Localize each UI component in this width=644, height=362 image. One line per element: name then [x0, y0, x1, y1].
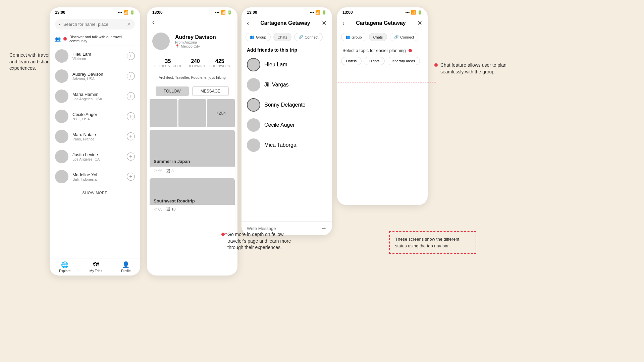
signal-icon: ▪▪▪: [405, 10, 410, 15]
add-contact-btn[interactable]: +: [127, 52, 135, 60]
nav-tabs-3: 👥 Group Chats 🔗 Connect: [241, 30, 332, 44]
friend-item-jill[interactable]: Jill Vargas: [241, 75, 332, 95]
trip-likes-2[interactable]: ♡ 65: [154, 207, 162, 212]
friend-item-hieu[interactable]: Hieu Lam: [241, 55, 332, 75]
contact-location: Bali, Indonesia: [72, 177, 123, 181]
trip-title-1: Summer in Japan: [154, 159, 190, 164]
add-contact-btn[interactable]: +: [127, 112, 135, 120]
status-bar-3: 13:00 ▪▪▪ 📶 🔋: [241, 7, 332, 16]
photo-cell-1[interactable]: [150, 99, 177, 127]
photos-count-1: 8: [171, 169, 173, 173]
close-icon-4[interactable]: ✕: [417, 19, 422, 27]
message-field[interactable]: [247, 226, 321, 231]
status-time-3: 13:00: [247, 10, 257, 15]
red-dot-middle: [221, 233, 225, 236]
more-icon[interactable]: ⋮: [227, 169, 231, 173]
send-icon[interactable]: →: [321, 225, 327, 232]
chat-header-3: ‹ Cartagena Getaway ✕: [241, 16, 332, 30]
battery-icon: 🔋: [417, 10, 422, 15]
status-time-1: 13:00: [55, 10, 65, 15]
avatar-madeline: [55, 170, 68, 183]
stat-following-number: 240: [185, 58, 205, 64]
contact-info: Hieu Lam Vietnam: [72, 52, 123, 61]
friend-item-sonny[interactable]: Sonny Delagente: [241, 95, 332, 115]
tab-chats-4[interactable]: Chats: [369, 33, 387, 41]
tab-chats-3[interactable]: Chats: [273, 33, 292, 41]
trip-actions-2: ♡ 65 🖼 10 ⋮: [150, 205, 235, 214]
friend-name: Cecile Auger: [264, 122, 295, 128]
add-friends-title: Add friends to this trip: [241, 44, 332, 55]
trip-title-2: Southwest Roadtrip: [154, 198, 195, 203]
signal-icon: ▪▪▪: [310, 10, 314, 15]
back-nav[interactable]: ‹: [147, 16, 237, 28]
contact-item[interactable]: Justin Levine Los Angeles, CA +: [50, 146, 140, 167]
contact-item[interactable]: Hieu Lam Vietnam +: [50, 46, 140, 66]
pin-icon: 📍: [175, 44, 180, 49]
photo-cell-more[interactable]: +204: [207, 99, 235, 127]
contact-item[interactable]: Marc Natale Paris, France +: [50, 126, 140, 146]
search-bar[interactable]: ‹ ✕: [55, 19, 135, 29]
nav-profile[interactable]: 👤 Profile: [121, 261, 130, 273]
contact-name: Justin Levine: [72, 152, 123, 157]
stat-followers-number: 425: [210, 58, 230, 64]
signal-icon: ▪▪▪: [118, 10, 122, 15]
add-contact-btn[interactable]: +: [127, 153, 135, 161]
close-icon-3[interactable]: ✕: [322, 19, 327, 27]
back-arrow-icon[interactable]: ‹: [152, 19, 154, 25]
trip-photos-1[interactable]: 🖼 8: [166, 169, 173, 173]
contact-name: Cecile Auger: [72, 112, 123, 117]
contact-item[interactable]: Madeline Yoi Bali, Indonesia +: [50, 167, 140, 187]
photos-count-2: 10: [171, 207, 175, 211]
friend-name: Jill Vargas: [264, 82, 289, 88]
contact-info: Cecile Auger NYC, USA: [72, 112, 123, 121]
more-icon[interactable]: ⋮: [227, 207, 231, 212]
chip-flights[interactable]: Flights: [364, 57, 384, 65]
phone-1: 13:00 ▪▪▪ 📶 🔋 ‹ ✕ 👥 Discover and talk wi…: [50, 7, 140, 276]
contact-item[interactable]: Audrey Davison Arizona, USA +: [50, 66, 140, 86]
message-button[interactable]: MESSAGE: [192, 86, 229, 96]
follow-button[interactable]: FOLLOW: [156, 86, 189, 96]
photo-icon: 🖼: [166, 207, 170, 211]
back-arrow-3[interactable]: ‹: [247, 20, 249, 27]
battery-icon: 🔋: [322, 10, 327, 15]
status-icons-1: ▪▪▪ 📶 🔋: [118, 10, 135, 15]
status-time-4: 13:00: [342, 10, 353, 15]
show-more-btn[interactable]: SHOW MORE: [50, 187, 140, 199]
chip-hotels[interactable]: Hotels: [341, 57, 362, 65]
add-contact-btn[interactable]: +: [127, 132, 135, 140]
contact-item[interactable]: Maria Hamim Los Angeles, USA +: [50, 86, 140, 106]
trip-card-1[interactable]: Summer in Japan ♡ 55 🖼 8 ⋮: [150, 130, 235, 175]
add-contact-btn[interactable]: +: [127, 92, 135, 100]
contact-item[interactable]: Cecile Auger NYC, USA +: [50, 106, 140, 126]
chip-itinerary[interactable]: Itinerary Ideas: [387, 57, 420, 65]
connect-icon: 🔗: [394, 35, 399, 39]
photo-cell-2[interactable]: [178, 99, 206, 127]
trip-photos-2[interactable]: 🖼 10: [166, 207, 175, 211]
add-contact-btn[interactable]: +: [127, 72, 135, 80]
select-topic-label: Select a topic for easier planning: [342, 48, 406, 53]
trip-likes-1[interactable]: ♡ 55: [154, 169, 162, 173]
tab-group-4[interactable]: 👥 Group: [341, 33, 366, 41]
back-icon[interactable]: ‹: [59, 21, 61, 27]
contact-name: Audrey Davison: [72, 72, 123, 77]
tab-group-3[interactable]: 👥 Group: [246, 33, 271, 41]
trip-card-2[interactable]: Southwest Roadtrip ♡ 65 🖼 10 ⋮: [150, 178, 235, 214]
contact-name: Madeline Yoi: [72, 172, 123, 177]
nav-explore[interactable]: 🌐 Explore: [59, 261, 70, 273]
friend-item-cecile[interactable]: Cecile Auger: [241, 115, 332, 135]
tab-connect-4[interactable]: 🔗 Connect: [390, 33, 418, 41]
red-dot-right: [434, 63, 438, 67]
tab-connect-3[interactable]: 🔗 Connect: [294, 33, 323, 41]
likes-count-2: 65: [158, 207, 162, 211]
heart-icon: ♡: [154, 207, 157, 212]
back-arrow-4[interactable]: ‹: [342, 20, 344, 27]
friend-item-mica[interactable]: Mica Taborga: [241, 135, 332, 155]
profile-location: 📍 Mexico City: [175, 44, 216, 49]
friends-list: Hieu Lam Jill Vargas Sonny Delagente Cec…: [241, 55, 332, 155]
add-contact-btn[interactable]: +: [127, 173, 135, 181]
status-icons-4: ▪▪▪ 📶 🔋: [405, 10, 422, 15]
nav-my-trips[interactable]: 🗺 My Trips: [90, 261, 102, 273]
status-icons-2: ▪▪▪ 📶 🔋: [215, 10, 232, 15]
clear-icon[interactable]: ✕: [127, 21, 131, 27]
search-input[interactable]: [63, 22, 124, 27]
